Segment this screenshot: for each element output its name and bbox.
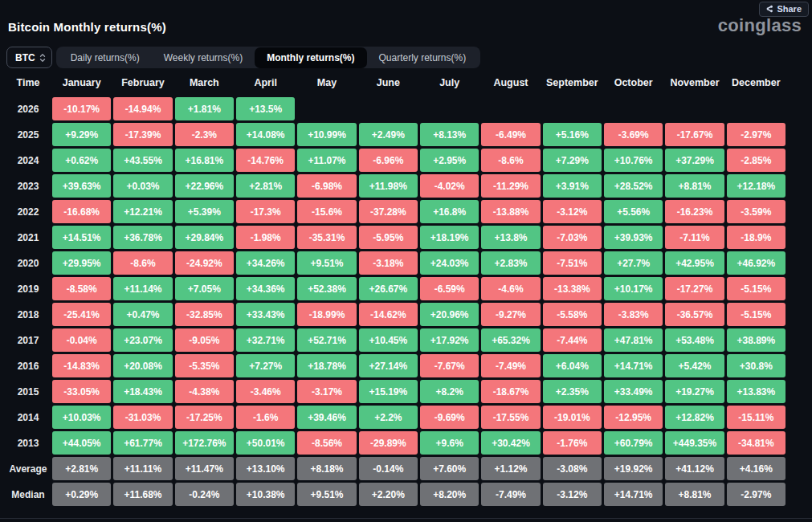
cell-2013-november: +449.35%	[665, 431, 724, 455]
cell-2020-march: -24.92%	[175, 251, 234, 275]
cell-2019-september: -13.38%	[543, 277, 602, 300]
page-title: Bitcoin Monthly returns(%)	[8, 20, 166, 34]
column-header-december: December	[727, 71, 785, 95]
cell-2020-october: +27.7%	[604, 251, 663, 275]
tab-weekly-returns[interactable]: Weekly returns(%)	[152, 47, 255, 68]
cell-2026-february: -14.94%	[113, 97, 172, 120]
share-icon	[765, 5, 773, 13]
cell-2023-june: +11.98%	[359, 174, 418, 198]
cell-median-october: +14.71%	[604, 483, 663, 506]
tab-daily-returns[interactable]: Daily returns(%)	[59, 47, 152, 68]
cell-2024-july: +2.95%	[420, 149, 479, 172]
row-label-2016: 2016	[6, 354, 50, 377]
cell-2018-may: -18.99%	[297, 303, 356, 326]
cell-2016-march: -5.35%	[175, 354, 234, 377]
cell-2020-june: -3.18%	[359, 251, 418, 275]
cell-2013-april: +50.01%	[236, 431, 295, 455]
cell-average-december: +4.16%	[727, 457, 785, 480]
cell-median-january: +0.29%	[52, 483, 111, 506]
cell-2025-april: +14.08%	[236, 123, 295, 146]
cell-2020-july: +24.03%	[420, 251, 479, 275]
cell-2019-april: +34.36%	[236, 277, 295, 300]
cell-2025-june: +2.49%	[359, 123, 418, 146]
row-label-2019: 2019	[6, 277, 50, 300]
row-label-2024: 2024	[6, 149, 50, 172]
cell-2025-december: -2.97%	[727, 123, 785, 146]
cell-2018-december: -5.15%	[727, 303, 785, 326]
coinglass-logo: coinglass	[718, 15, 802, 36]
cell-2026-march: +1.81%	[175, 97, 234, 120]
cell-2020-november: +42.95%	[665, 251, 724, 275]
cell-2018-september: -5.58%	[543, 303, 602, 326]
row-label-average: Average	[6, 457, 50, 480]
cell-2016-december: +30.8%	[727, 354, 785, 377]
symbol-select[interactable]: BTC	[6, 47, 52, 68]
cell-2025-november: -17.67%	[665, 123, 724, 146]
cell-2015-august: -18.67%	[481, 380, 540, 403]
cell-2020-december: +46.92%	[727, 251, 785, 275]
cell-average-november: +41.12%	[665, 457, 724, 480]
controls-bar: BTC Daily returns(%)Weekly returns(%)Mon…	[6, 47, 480, 68]
cell-2015-may: -3.17%	[297, 380, 356, 403]
cell-average-february: +11.11%	[113, 457, 172, 480]
cell-2015-february: +18.43%	[113, 380, 172, 403]
cell-2013-october: +60.79%	[604, 431, 663, 455]
row-label-2020: 2020	[6, 251, 50, 275]
cell-2018-october: -3.83%	[604, 303, 663, 326]
cell-2016-august: -7.49%	[481, 354, 540, 377]
cell-2023-september: +3.91%	[543, 174, 602, 198]
cell-2022-december: -3.59%	[727, 200, 785, 223]
tab-quarterly-returns[interactable]: Quarterly returns(%)	[367, 47, 479, 68]
cell-median-april: +10.38%	[236, 483, 295, 506]
cell-2014-may: +39.46%	[297, 406, 356, 429]
cell-2019-march: +7.05%	[175, 277, 234, 300]
cell-2018-august: -9.27%	[481, 303, 540, 326]
cell-2025-january: +9.29%	[52, 123, 111, 146]
cell-2024-december: -2.85%	[727, 149, 785, 172]
cell-2016-may: +18.78%	[297, 354, 356, 377]
cell-2017-january: -0.04%	[52, 328, 111, 352]
cell-median-may: +9.51%	[297, 483, 356, 506]
cell-2021-may: -35.31%	[297, 226, 356, 249]
cell-2022-may: -15.6%	[297, 200, 356, 223]
cell-average-september: -3.08%	[543, 457, 602, 480]
cell-2014-december: -15.11%	[727, 406, 785, 429]
cell-2013-august: +30.42%	[481, 431, 540, 455]
cell-2020-april: +34.26%	[236, 251, 295, 275]
cell-2024-october: +10.76%	[604, 149, 663, 172]
row-label-2013: 2013	[6, 431, 50, 455]
cell-2017-july: +17.92%	[420, 328, 479, 352]
cell-2013-december: -34.81%	[727, 431, 785, 455]
cell-2015-november: +19.27%	[665, 380, 724, 403]
row-label-2018: 2018	[6, 303, 50, 326]
cell-2024-august: -8.6%	[481, 149, 540, 172]
cell-median-july: +8.20%	[420, 483, 479, 506]
cell-2022-february: +12.21%	[113, 200, 172, 223]
column-header-may: May	[297, 71, 356, 95]
cell-2022-march: +5.39%	[175, 200, 234, 223]
cell-2016-february: +20.08%	[113, 354, 172, 377]
cell-2019-october: +10.17%	[604, 277, 663, 300]
cell-2015-october: +33.49%	[604, 380, 663, 403]
column-header-june: June	[359, 71, 418, 95]
cell-2023-february: +0.03%	[113, 174, 172, 198]
cell-2022-november: -16.23%	[665, 200, 724, 223]
cell-average-may: +8.18%	[297, 457, 356, 480]
cell-2024-november: +37.29%	[665, 149, 724, 172]
cell-2021-november: -7.11%	[665, 226, 724, 249]
share-label: Share	[777, 4, 802, 14]
cell-2014-january: +10.03%	[52, 406, 111, 429]
cell-2026-january: -10.17%	[52, 97, 111, 120]
cell-2021-september: -7.03%	[543, 226, 602, 249]
cell-2016-june: +27.14%	[359, 354, 418, 377]
cell-2025-august: -6.49%	[481, 123, 540, 146]
column-header-january: January	[52, 71, 111, 95]
cell-2015-july: +8.2%	[420, 380, 479, 403]
cell-2025-may: +10.99%	[297, 123, 356, 146]
cell-average-august: +1.12%	[481, 457, 540, 480]
cell-2025-october: -3.69%	[604, 123, 663, 146]
cell-2019-june: +26.67%	[359, 277, 418, 300]
cell-2018-march: -32.85%	[175, 303, 234, 326]
tab-monthly-returns[interactable]: Monthly returns(%)	[255, 47, 366, 68]
returns-table: TimeJanuaryFebruaryMarchAprilMayJuneJuly…	[6, 71, 785, 506]
